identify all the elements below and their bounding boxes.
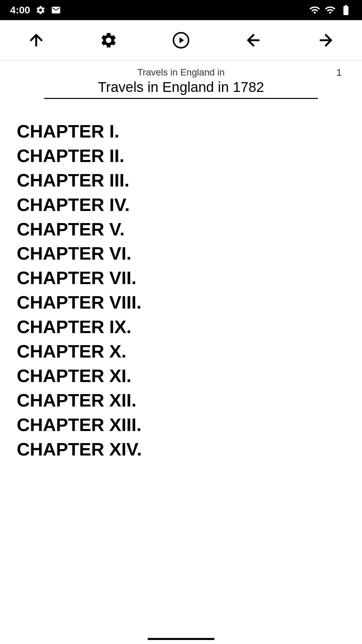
- header-top: Travels in England in 1: [10, 67, 352, 78]
- status-time: 4:00: [10, 4, 30, 16]
- chapter-item-3[interactable]: CHAPTER III.: [17, 168, 345, 193]
- chapter-item-5[interactable]: CHAPTER V.: [17, 217, 345, 241]
- settings-status-icon: [36, 5, 46, 15]
- chapter-item-1[interactable]: CHAPTER I.: [17, 119, 345, 144]
- home-indicator: [147, 638, 215, 640]
- chapter-item-8[interactable]: CHAPTER VIII.: [17, 290, 345, 315]
- chapter-item-13[interactable]: CHAPTER XIII.: [17, 413, 345, 437]
- wifi-icon: [309, 4, 320, 16]
- status-bar: 4:00: [0, 0, 362, 20]
- book-title-small: Travels in England in: [137, 67, 225, 78]
- back-button[interactable]: [240, 27, 267, 54]
- settings-button[interactable]: [95, 27, 122, 54]
- status-right: [309, 4, 352, 16]
- toc-content: CHAPTER I. CHAPTER II. CHAPTER III. CHAP…: [0, 99, 362, 481]
- book-title-large: Travels in England in 1782: [44, 79, 318, 99]
- battery-icon: [340, 4, 352, 16]
- book-header: Travels in England in 1 Travels in Engla…: [0, 60, 362, 99]
- chapter-item-4[interactable]: CHAPTER IV.: [17, 193, 345, 217]
- chapter-item-11[interactable]: CHAPTER XI.: [17, 364, 345, 388]
- chapter-item-10[interactable]: CHAPTER X.: [17, 339, 345, 364]
- chapter-item-2[interactable]: CHAPTER II.: [17, 144, 345, 168]
- forward-button[interactable]: [312, 27, 339, 54]
- scroll-up-button[interactable]: [23, 27, 50, 54]
- signal-icon: [324, 4, 336, 16]
- chapter-item-9[interactable]: CHAPTER IX.: [17, 315, 345, 339]
- chapter-item-6[interactable]: CHAPTER VI.: [17, 241, 345, 266]
- toolbar: [0, 20, 362, 60]
- gmail-status-icon: [51, 5, 61, 15]
- svg-marker-2: [180, 37, 184, 43]
- play-button[interactable]: [168, 27, 194, 54]
- chapter-item-14[interactable]: CHAPTER XIV.: [17, 437, 345, 462]
- page-number: 1: [336, 67, 342, 78]
- chapter-item-7[interactable]: CHAPTER VII.: [17, 266, 345, 290]
- chapter-item-12[interactable]: CHAPTER XII.: [17, 388, 345, 413]
- status-left: 4:00: [10, 4, 61, 16]
